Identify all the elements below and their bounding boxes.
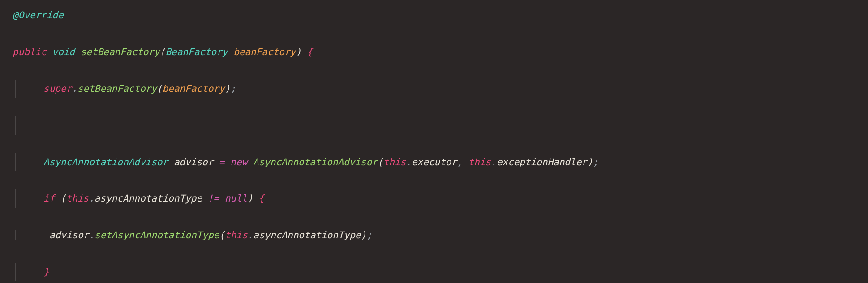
brace: {	[259, 193, 265, 204]
method-name: setBeanFactory	[81, 47, 160, 57]
code-line: if (this.asyncAnnotationType != null) {	[15, 189, 855, 208]
dot: .	[491, 157, 497, 167]
param-beanfactory: beanFactory	[233, 47, 296, 57]
paren: )	[296, 47, 301, 57]
paren: (	[160, 47, 166, 57]
constructor: AsyncAnnotationAdvisor	[253, 157, 378, 167]
code-line: }	[15, 263, 855, 281]
paren: )	[361, 230, 366, 240]
blank-line	[15, 116, 855, 135]
comma: ,	[457, 157, 463, 167]
keyword-if: if	[43, 193, 55, 204]
keyword-this: this	[468, 157, 491, 167]
keyword-public: public	[13, 47, 47, 57]
type-beanfactory: BeanFactory	[165, 47, 228, 57]
var-advisor: advisor	[49, 230, 89, 240]
code-line: super.setBeanFactory(beanFactory);	[15, 80, 855, 98]
keyword-null: null	[225, 193, 248, 204]
brace: {	[307, 47, 313, 57]
keyword-void: void	[52, 47, 75, 57]
semicolon: ;	[593, 157, 599, 167]
keyword-this: this	[66, 193, 89, 204]
annotation-override: @Override	[13, 10, 64, 21]
method-call: setBeanFactory	[77, 83, 157, 94]
prop-asyncannotationtype: asyncAnnotationType	[253, 230, 361, 240]
dot: .	[89, 193, 95, 204]
paren: (	[157, 83, 163, 94]
prop-exceptionhandler: exceptionHandler	[497, 157, 587, 167]
keyword-super: super	[43, 83, 72, 94]
keyword-this: this	[225, 230, 248, 240]
dot: .	[406, 157, 412, 167]
paren: )	[225, 83, 231, 94]
code-block: @Override public void setBeanFactory(Bea…	[13, 6, 855, 283]
code-line: advisor.setAsyncAnnotationType(this.asyn…	[13, 226, 855, 244]
prop-executor: executor	[412, 157, 457, 167]
prop-asyncannotationtype: asyncAnnotationType	[95, 193, 202, 204]
type-asyncadvisor: AsyncAnnotationAdvisor	[43, 157, 168, 167]
op-neq: !=	[208, 193, 219, 204]
code-line: public void setBeanFactory(BeanFactory b…	[13, 43, 855, 61]
method-call: setAsyncAnnotationType	[95, 230, 219, 240]
paren: )	[247, 193, 253, 204]
keyword-this: this	[383, 157, 406, 167]
paren: )	[587, 157, 593, 167]
paren: (	[60, 193, 66, 204]
code-line: AsyncAnnotationAdvisor advisor = new Asy…	[15, 153, 855, 172]
brace: }	[43, 266, 49, 277]
dot: .	[248, 230, 254, 240]
dot: .	[89, 230, 95, 240]
var-advisor: advisor	[174, 157, 214, 167]
dot: .	[72, 83, 77, 94]
arg: beanFactory	[163, 83, 225, 94]
keyword-new: new	[230, 157, 247, 167]
op-assign: =	[219, 157, 225, 167]
code-line: @Override	[13, 6, 855, 25]
paren: (	[219, 230, 225, 240]
semicolon: ;	[366, 230, 372, 240]
paren: (	[378, 157, 383, 167]
semicolon: ;	[230, 83, 236, 94]
